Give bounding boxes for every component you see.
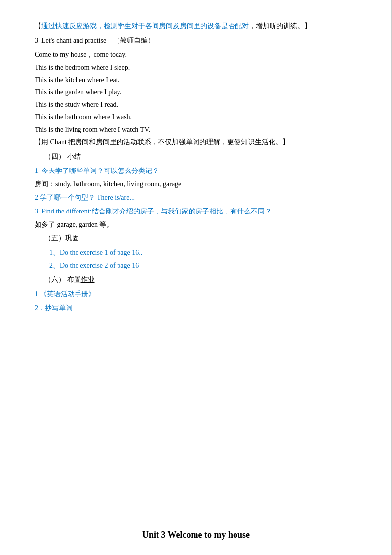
bracket-intro-text-before: 【	[35, 22, 41, 30]
chant-line-2: This is the bedroom where I sleep.	[35, 61, 362, 74]
question-3: 3. Find the different:结合刚才介绍的房子，与我们家的房子相…	[35, 205, 362, 217]
homework-2-text: 2．抄写单词	[35, 304, 73, 312]
footer-inner: Unit 3 Welcome to my house	[0, 530, 392, 540]
homework-2: 2．抄写单词	[35, 302, 362, 314]
section-five-text: （五）巩固	[44, 234, 79, 242]
section-four: （四） 小结	[44, 150, 362, 163]
exercise-2: 2、Do the exercise 2 of page 16	[49, 259, 362, 272]
exercise-1: 1、Do the exercise 1 of page 16..	[49, 246, 362, 258]
bracket-intro-text-blue: 通过快速反应游戏，检测学生对于各间房间及房间里的设备是否配对	[41, 22, 249, 30]
section-six: （六） 布置作业	[44, 273, 362, 286]
homework-1-text: 1.《英语活动手册》	[35, 290, 95, 298]
question-1: 1. 今天学了哪些单词？可以怎么分类记？	[35, 165, 362, 177]
chant-line-7: This is the living room where I watch TV…	[35, 124, 362, 136]
question-1-text: 1. 今天学了哪些单词？可以怎么分类记？	[35, 167, 159, 174]
bracket-chant-text: 【用 Chant 把房间和房间里的活动联系，不仅加强单词的理解，更使知识生活化。…	[35, 138, 289, 146]
answer-1-text: 房间：study, bathroom, kitchen, living room…	[35, 180, 181, 188]
question-2-text: 2.学了哪一个句型？ There is/are...	[35, 194, 135, 201]
section-six-prefix: （六） 布置	[44, 276, 81, 283]
chant-line-3: This is the kitchen where I eat.	[35, 74, 362, 86]
question-2: 2.学了哪一个句型？ There is/are...	[35, 191, 362, 204]
chant-header: 3. Let's chant and practise （教师自编）	[35, 34, 362, 46]
footer-text: Unit 3 Welcome to my house	[142, 530, 250, 540]
chant-line-5: This is the study where I read.	[35, 98, 362, 111]
chant-header-text: 3. Let's chant and practise （教师自编）	[35, 37, 155, 44]
exercise-2-text: 2、Do the exercise 2 of page 16	[49, 262, 139, 269]
section-five: （五）巩固	[44, 232, 362, 244]
exercise-1-text: 1、Do the exercise 1 of page 16..	[49, 249, 142, 256]
footer-area: Unit 3 Welcome to my house	[0, 522, 392, 540]
section-six-underline: 作业	[81, 276, 95, 283]
section-four-text: （四） 小结	[44, 153, 81, 160]
bracket-intro-text-after: ，增加听的训练。】	[249, 22, 311, 30]
question-3-text: 3. Find the different:结合刚才介绍的房子，与我们家的房子相…	[35, 208, 272, 215]
bracket-intro-block: 【通过快速反应游戏，检测学生对于各间房间及房间里的设备是否配对，增加听的训练。】	[35, 20, 362, 32]
answer-3-text: 如多了 garage, garden 等。	[35, 221, 113, 228]
page-container: 【通过快速反应游戏，检测学生对于各间房间及房间里的设备是否配对，增加听的训练。】…	[0, 0, 392, 555]
homework-1: 1.《英语活动手册》	[35, 288, 362, 300]
answer-1: 房间：study, bathroom, kitchen, living room…	[35, 178, 362, 190]
content-area: 【通过快速反应游戏，检测学生对于各间房间及房间里的设备是否配对，增加听的训练。】…	[35, 20, 362, 314]
chant-line-6: This is the bathroom where I wash.	[35, 111, 362, 123]
answer-3: 如多了 garage, garden 等。	[35, 218, 362, 231]
chant-line-1: Come to my house，come today.	[35, 48, 362, 61]
bracket-chant-block: 【用 Chant 把房间和房间里的活动联系，不仅加强单词的理解，更使知识生活化。…	[35, 136, 362, 148]
chant-line-4: This is the garden where I play.	[35, 86, 362, 98]
